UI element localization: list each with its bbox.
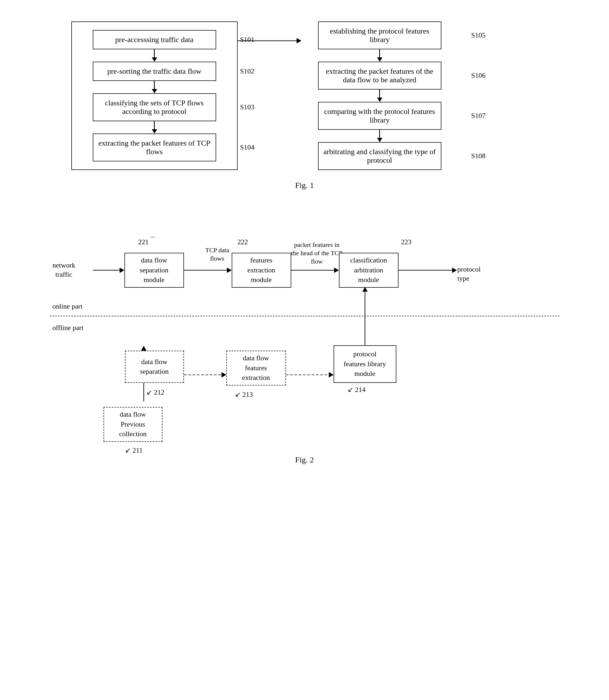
fig2-label: Fig. 2 (50, 455, 559, 464)
module-221-id: 221 (138, 238, 149, 246)
label-s103: S103 (240, 103, 254, 111)
module-211: data flowPreviouscollection (104, 407, 162, 442)
module-213-id: ↙ 213 (235, 390, 253, 399)
module-211-id: ↙ 211 (125, 446, 143, 454)
module-213: data flowfeaturesextraction (226, 351, 286, 386)
svg-marker-17 (141, 346, 146, 351)
fig1-wrapper: pre-accesssing traffic data S101 pre-sor… (50, 21, 559, 170)
label-s102: S102 (240, 67, 254, 75)
tcp-data-flows-label: TCP dataflows (205, 246, 229, 263)
svg-marker-7 (334, 267, 339, 273)
module-222-id: 222 (238, 238, 248, 246)
svg-marker-13 (329, 372, 334, 378)
module-212: data flowseparation (125, 351, 184, 383)
fig1-right-panel: establishing the protocol features libra… (297, 21, 463, 170)
module-214: protocolfeatures librarymodule (334, 345, 396, 383)
svg-marker-9 (452, 267, 457, 273)
module-221-curly: ⌒ (149, 235, 156, 245)
label-s104: S104 (240, 143, 254, 152)
step-s101: pre-accesssing traffic data (93, 30, 216, 49)
module-223: classificationarbitrationmodule (339, 253, 399, 288)
step-s105: establishing the protocol features libra… (318, 21, 441, 49)
label-s101: S101 (240, 36, 254, 44)
label-s106: S106 (471, 72, 485, 80)
module-222: featuresextractionmodule (232, 253, 291, 288)
step-s102: pre-sorting the traffic data flow (93, 62, 216, 81)
network-traffic-label: networktraffic (53, 261, 75, 279)
step-s107: comparing with the protocol features lib… (318, 102, 441, 130)
step-s103: classifying the sets of TCP flows accord… (93, 93, 216, 121)
label-s105: S105 (471, 31, 485, 39)
step-s104: extracting the packet features of TCP fl… (93, 134, 216, 161)
label-s107: S107 (471, 112, 485, 120)
module-223-id: 223 (401, 238, 412, 246)
online-part-label: online part (53, 302, 83, 311)
step-s108: arbitrating and classifying the type of … (318, 142, 441, 170)
module-212-id: ↙ 212 (146, 388, 164, 397)
protocol-type-label: protocoltype (457, 265, 481, 283)
offline-part-label: offline part (53, 324, 84, 332)
fig2-diagram: online part offline part networktraffic (50, 211, 559, 453)
step-s106: extracting the packet features of the da… (318, 62, 441, 90)
module-221: data flowseparationmodule (124, 253, 184, 288)
fig1-left-panel: pre-accesssing traffic data S101 pre-sor… (71, 21, 238, 170)
label-s108: S108 (471, 152, 485, 160)
fig1-label: Fig. 1 (21, 181, 588, 190)
packet-features-label: packet features inthe head of the TCPflo… (291, 241, 343, 266)
online-offline-separator (50, 316, 559, 316)
fig2-wrapper: online part offline part networktraffic (50, 211, 559, 464)
svg-marker-5 (227, 267, 232, 273)
svg-marker-3 (120, 267, 124, 273)
svg-marker-11 (222, 372, 226, 378)
module-214-id: ↙ 214 (348, 386, 366, 394)
